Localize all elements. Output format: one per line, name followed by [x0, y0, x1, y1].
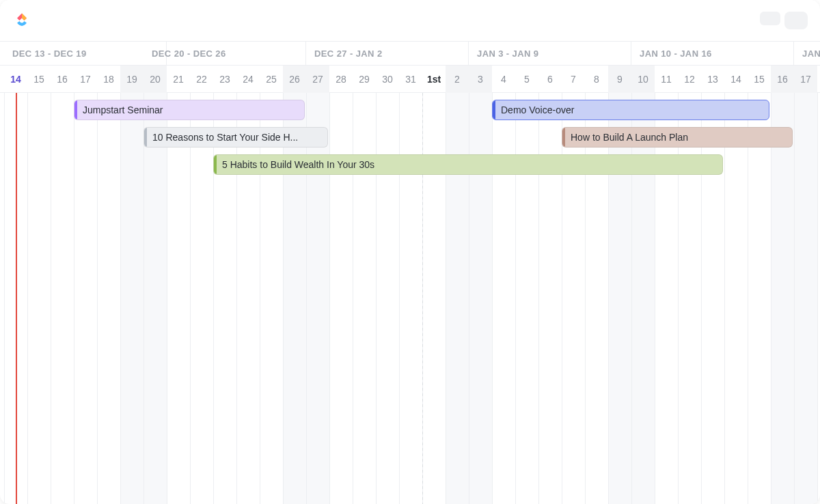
task-title: How to Build A Launch Plan	[569, 132, 688, 143]
grid-line	[51, 93, 51, 504]
day-cell[interactable]: 9	[608, 66, 631, 93]
weekend-column	[794, 93, 817, 504]
task-accent	[74, 100, 77, 120]
day-cell[interactable]: 7	[562, 66, 585, 93]
grid-line	[4, 93, 5, 504]
app-logo-icon	[12, 11, 31, 30]
day-cell[interactable]: 26	[283, 66, 306, 93]
grid-line	[144, 93, 144, 504]
day-cell[interactable]: 25	[260, 66, 283, 93]
day-cell[interactable]: 16	[51, 66, 74, 93]
grid-line	[190, 93, 191, 504]
topbar-actions	[760, 12, 808, 29]
day-cell[interactable]: 30	[376, 66, 399, 93]
task-accent	[214, 155, 217, 174]
week-range-label: JAN 10 - JAN 16	[631, 42, 794, 66]
grid-line	[817, 93, 818, 504]
day-cell[interactable]: 15	[748, 66, 771, 93]
task-bar[interactable]: Jumpstart Seminar	[74, 100, 305, 120]
day-cell[interactable]: 20	[144, 66, 167, 93]
day-cell[interactable]: 15	[27, 66, 51, 93]
day-cell[interactable]: 11	[655, 66, 678, 93]
week-range-label: DEC 13 - DEC 19	[4, 42, 167, 66]
day-cell[interactable]: 31	[399, 66, 422, 93]
task-accent	[144, 128, 147, 147]
day-cell[interactable]: 1st	[422, 66, 446, 93]
day-cell[interactable]: 10	[631, 66, 655, 93]
day-cell[interactable]: 28	[329, 66, 353, 93]
weekend-column	[120, 93, 144, 504]
day-cell[interactable]: 4	[492, 66, 515, 93]
task-bar[interactable]: Demo Voice-over	[492, 100, 769, 120]
toolbar-button-a[interactable]	[760, 12, 780, 25]
grid-line	[771, 93, 771, 504]
task-bar[interactable]: 5 Habits to Build Wealth In Your 30s	[213, 154, 723, 175]
task-title: Demo Voice-over	[500, 104, 574, 115]
day-cell[interactable]: 22	[190, 66, 213, 93]
day-cell[interactable]: 23	[213, 66, 236, 93]
day-cell[interactable]: 5	[515, 66, 538, 93]
day-cell[interactable]: 27	[306, 66, 329, 93]
day-cell[interactable]: 16	[771, 66, 794, 93]
toolbar-button-b[interactable]	[784, 12, 808, 29]
weekend-column	[144, 93, 167, 504]
timeline-grid[interactable]: Jumpstart Seminar10 Reasons to Start You…	[0, 93, 820, 504]
day-cell[interactable]: 19	[120, 66, 144, 93]
week-range-label: DEC 20 - DEC 26	[144, 42, 306, 66]
day-cell[interactable]: 18	[97, 66, 120, 93]
day-cell[interactable]: 21	[167, 66, 190, 93]
grid-line	[97, 93, 98, 504]
day-cell[interactable]: 8	[585, 66, 608, 93]
grid-line	[27, 93, 28, 504]
day-cell[interactable]: 6	[538, 66, 562, 93]
grid-line	[794, 93, 795, 504]
topbar	[0, 0, 820, 41]
task-title: 10 Reasons to Start Your Side H...	[151, 132, 298, 143]
grid-line	[120, 93, 121, 504]
day-cell[interactable]: 24	[236, 66, 260, 93]
day-cell[interactable]: 17	[74, 66, 97, 93]
grid-line	[167, 93, 167, 504]
task-accent	[562, 128, 565, 147]
task-bar[interactable]: 10 Reasons to Start Your Side H...	[144, 127, 328, 148]
task-title: Jumpstart Seminar	[81, 104, 163, 115]
week-range-label: JAN	[794, 42, 820, 66]
day-cell[interactable]: 29	[353, 66, 376, 93]
grid-line	[213, 93, 214, 504]
day-cell[interactable]: 12	[678, 66, 701, 93]
day-cell[interactable]: 13	[701, 66, 724, 93]
grid-line	[724, 93, 725, 504]
grid-line	[748, 93, 748, 504]
task-bar[interactable]: How to Build A Launch Plan	[562, 127, 793, 148]
weekend-column	[771, 93, 794, 504]
week-range-label: JAN 3 - JAN 9	[469, 42, 631, 66]
day-cell[interactable]: 14	[724, 66, 748, 93]
grid-line	[74, 93, 74, 504]
week-range-label: DEC 27 - JAN 2	[306, 42, 469, 66]
day-cell[interactable]: 3	[469, 66, 492, 93]
today-indicator	[16, 93, 17, 504]
day-cell[interactable]: 2	[446, 66, 469, 93]
week-range-header: DEC 13 - DEC 19DEC 20 - DEC 26DEC 27 - J…	[0, 41, 820, 66]
day-header: 1415161718192021222324252627282930311st2…	[0, 66, 820, 93]
day-cell[interactable]: 14	[4, 66, 27, 93]
day-cell[interactable]: 17	[794, 66, 817, 93]
task-accent	[493, 100, 495, 120]
task-title: 5 Habits to Build Wealth In Your 30s	[221, 159, 374, 170]
